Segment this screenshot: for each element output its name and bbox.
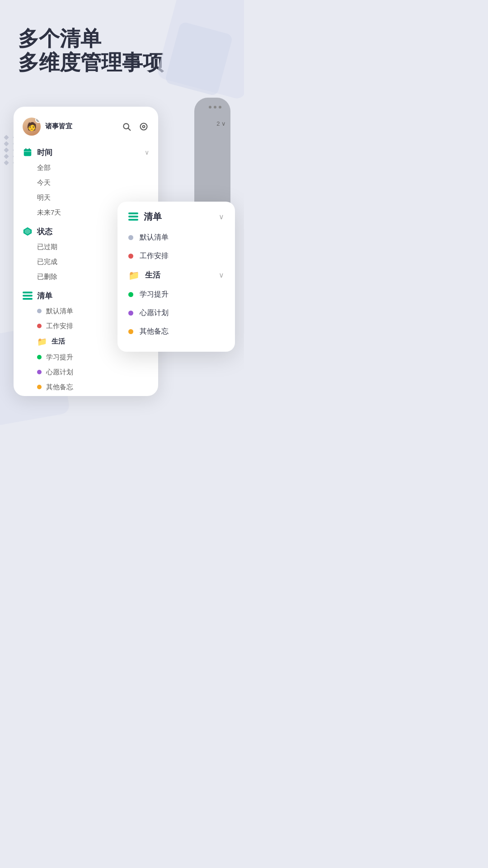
dropdown-section-title: 清单 [144,211,162,223]
svg-rect-11 [23,295,33,297]
dot-wish [37,370,42,374]
dot-other [37,385,42,389]
dropdown-label-study: 学习提升 [140,290,169,299]
dropdown-folder-name-life: 生活 [145,270,219,280]
phone-bg-top-icons [209,106,221,108]
status-icon [23,226,33,236]
svg-rect-10 [23,292,33,293]
list-item-study[interactable]: 学习提升 [23,350,149,365]
title-line2: 多维度管理事项 [18,50,226,75]
svg-rect-6 [29,148,30,150]
phone-bg-count: 2 ∨ [216,120,226,127]
folder-icon-life: 📁 [37,337,47,347]
dropdown-folder-life[interactable]: 📁 生活 ∨ [117,265,235,285]
svg-rect-4 [24,149,32,156]
section-title-time: 时间 [37,147,52,158]
dropdown-item-other[interactable]: 其他备忘 [117,322,235,341]
dropdown-panel: 清单 ∨ 默认清单 工作安排 📁 生活 ∨ 学习提升 心愿计划 其他备 [117,202,235,352]
dot-default [37,309,42,313]
dropdown-header-left: 清单 [128,211,162,223]
section-header-list-left: 清单 [23,291,52,301]
avatar: 🧑 [23,118,41,136]
section-header-time[interactable]: 时间 ∨ [23,143,149,160]
chevron-down-icon-dropdown: ∨ [219,212,224,221]
time-item-today[interactable]: 今天 [23,175,149,190]
dropdown-header[interactable]: 清单 ∨ [117,211,235,228]
dropdown-label-wish: 心愿计划 [140,308,169,318]
dropdown-label-default: 默认清单 [140,233,169,242]
list-icon [23,291,33,301]
svg-point-2 [141,123,147,130]
target-icon[interactable] [138,121,149,132]
title-line1: 多个清单 [18,27,226,50]
dropdown-item-default[interactable]: 默认清单 [117,228,235,247]
svg-rect-14 [128,216,138,217]
phone-mockup-area: 2 ∨ + 🧑 诸事皆宜 [14,98,230,396]
dot-work [37,324,42,328]
dropdown-label-other: 其他备忘 [140,327,169,336]
svg-rect-13 [128,212,138,214]
svg-line-1 [128,128,131,131]
svg-rect-15 [128,219,138,221]
chevron-down-icon-time: ∨ [145,149,149,156]
dropdown-item-study[interactable]: 学习提升 [117,285,235,304]
dropdown-dot-other [128,329,133,334]
dropdown-dot-wish [128,311,133,316]
section-title-status: 状态 [37,226,52,237]
dropdown-folder-icon-life: 📁 [128,270,140,281]
sidebar-username: 诸事皆宜 [45,122,72,131]
avatar-badge [35,118,41,123]
svg-rect-7 [24,151,32,152]
dropdown-dot-work [128,254,133,259]
sidebar-action-icons [121,121,149,132]
calendar-icon [23,147,33,157]
section-header-time-left: 时间 [23,147,52,158]
list-item-wish[interactable]: 心愿计划 [23,365,149,380]
sidebar-user: 🧑 诸事皆宜 [23,118,72,136]
sidebar-header: 🧑 诸事皆宜 [14,118,158,143]
time-item-all[interactable]: 全部 [23,160,149,175]
section-header-status-left: 状态 [23,226,52,237]
dropdown-label-work: 工作安排 [140,251,169,261]
dropdown-item-wish[interactable]: 心愿计划 [117,304,235,322]
chevron-down-icon-life: ∨ [219,271,224,279]
svg-rect-5 [25,148,26,150]
title-section: 多个清单 多维度管理事项 [0,0,244,89]
list-item-other[interactable]: 其他备忘 [23,380,149,395]
dropdown-dot-default [128,235,133,240]
dot-study [37,355,42,359]
dropdown-dot-study [128,292,133,297]
dropdown-item-work[interactable]: 工作安排 [117,247,235,265]
search-icon[interactable] [121,121,132,132]
svg-point-3 [143,125,145,127]
section-title-list: 清单 [37,291,52,301]
dropdown-list-icon [128,212,138,221]
svg-rect-12 [23,298,33,300]
